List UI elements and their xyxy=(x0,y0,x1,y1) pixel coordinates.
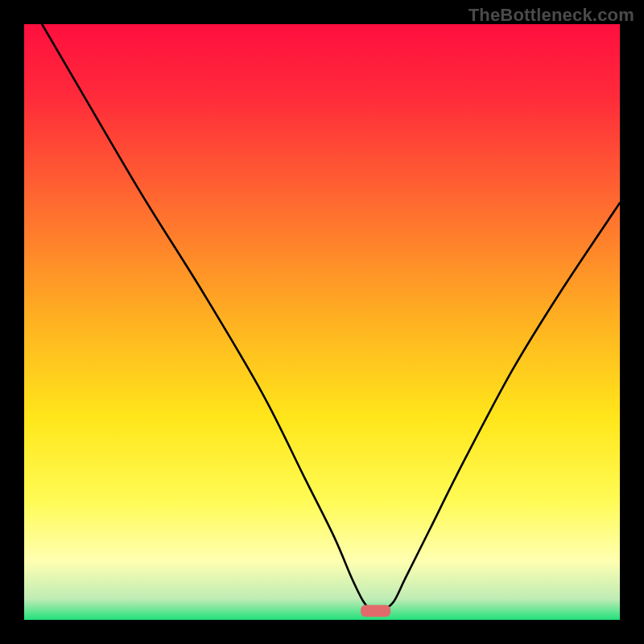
plot-area xyxy=(24,24,620,620)
chart-frame: TheBottleneck.com xyxy=(0,0,644,644)
optimum-marker xyxy=(361,605,390,617)
watermark-text: TheBottleneck.com xyxy=(469,5,634,26)
gradient-background xyxy=(24,24,620,620)
bottleneck-chart xyxy=(24,24,620,620)
